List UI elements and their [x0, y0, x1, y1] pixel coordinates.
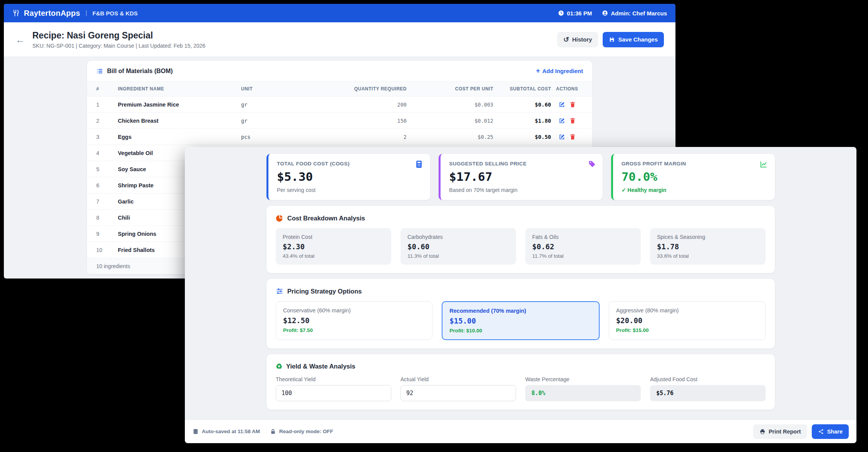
stat-cards-row: TOTAL FOOD COST (COGS) $5.30 Per serving…: [266, 154, 775, 200]
delete-icon[interactable]: [569, 101, 576, 108]
pricing-option-recommended[interactable]: Recommended (70% margin) $15.00 Profit: …: [442, 301, 599, 340]
print-report-button[interactable]: Print Report: [753, 424, 807, 439]
pricing-price: $12.50: [283, 316, 425, 325]
ingredient-number: 6: [96, 182, 118, 188]
page-title: Recipe: Nasi Goreng Special: [32, 30, 205, 41]
share-icon: [818, 429, 824, 435]
delete-icon[interactable]: [569, 133, 576, 140]
ingredient-number: 3: [96, 134, 118, 140]
readonly-status: Read-only mode: OFF: [270, 429, 333, 435]
pricing-label: Recommended (70% margin): [449, 308, 592, 314]
breakdown-share: 11.3% of total: [407, 253, 509, 259]
clock-icon: [558, 10, 564, 16]
check-icon: ✓: [622, 187, 626, 193]
ingredient-quantity[interactable]: 150: [314, 118, 407, 124]
ingredient-number: 5: [96, 166, 118, 172]
col-header-num: #: [96, 86, 118, 92]
ingredient-unit: gr: [241, 118, 314, 124]
save-icon: [609, 37, 615, 43]
pricing-label: Aggressive (80% margin): [616, 307, 758, 314]
add-ingredient-label: Add Ingredient: [542, 68, 583, 74]
col-header-qty: QUANTITY REQUIRED: [314, 86, 407, 92]
ingredient-cost-per-unit: $0.003: [407, 102, 493, 108]
breakdown-share: 11.7% of total: [532, 253, 634, 259]
suggested-price-card: SUGGESTED SELLING PRICE $17.67 Based on …: [439, 154, 602, 200]
breakdown-value: $0.60: [407, 242, 509, 251]
table-row: 2 Chicken Breast gr 150 $0.012 $1.80: [87, 113, 592, 129]
ingredient-quantity[interactable]: 2: [314, 134, 407, 140]
col-header-subtotal: SUBTOTAL COST: [493, 86, 551, 92]
stat-label: SUGGESTED SELLING PRICE: [449, 161, 594, 167]
actual-yield-input[interactable]: [400, 385, 516, 401]
breakdown-tile-spices: Spices & Seasoning $1.78 33.6% of total: [650, 228, 766, 265]
tag-icon: [588, 160, 596, 168]
bom-title: Bill of Materials (BOM): [107, 68, 173, 75]
margin-status-text: Healthy margin: [627, 187, 666, 193]
ingredient-unit: pcs: [241, 134, 314, 140]
share-button[interactable]: Share: [812, 424, 849, 439]
edit-icon[interactable]: [558, 133, 565, 140]
cost-breakdown-section: Cost Breakdown Analysis Protein Cost $2.…: [266, 206, 775, 273]
status-footer: Auto-saved at 11:58 AM Read-only mode: O…: [185, 419, 856, 443]
ingredient-number: 10: [96, 247, 118, 253]
pricing-profit: Profit: $15.00: [616, 327, 758, 333]
add-ingredient-button[interactable]: + Add Ingredient: [536, 67, 583, 75]
stat-note: ✓ Healthy margin: [622, 187, 766, 193]
col-header-cost: COST PER UNIT: [407, 86, 493, 92]
cost-breakdown-title: Cost Breakdown Analysis: [287, 215, 365, 222]
pricing-price: $20.00: [616, 316, 758, 325]
ingredient-cost-per-unit: $0.012: [407, 118, 493, 124]
app-name: RaytertonApps: [24, 9, 80, 18]
ingredient-number: 7: [96, 198, 118, 205]
edit-icon[interactable]: [558, 117, 565, 124]
database-icon: [193, 429, 199, 435]
save-button-label: Save Changes: [618, 36, 658, 43]
edit-icon[interactable]: [558, 101, 565, 108]
fork-knife-icon: [12, 9, 20, 17]
bom-table-header: # INGREDIENT NAME UNIT QUANTITY REQUIRED…: [87, 81, 592, 97]
printer-icon: [759, 429, 766, 435]
chart-line-icon: [759, 160, 768, 168]
stat-note: Per serving cost: [277, 187, 422, 193]
ingredient-subtotal: $1.80: [493, 118, 551, 124]
page-header: ← Recipe: Nasi Goreng Special SKU: NG-SP…: [4, 22, 675, 57]
breakdown-tile-fats: Fats & Oils $0.62 11.7% of total: [525, 228, 641, 265]
ingredient-number: 1: [96, 102, 118, 108]
breakdown-value: $1.78: [657, 242, 759, 251]
app-logo: RaytertonApps: [12, 9, 80, 18]
lock-icon: [270, 429, 276, 435]
delete-icon[interactable]: [569, 117, 576, 124]
autosave-status: Auto-saved at 11:58 AM: [193, 429, 260, 435]
pricing-strategy-section: Pricing Strategy Options Conservative (6…: [266, 279, 775, 349]
stat-value: $17.67: [449, 170, 594, 183]
pricing-option-aggressive[interactable]: Aggressive (80% margin) $20.00 Profit: $…: [609, 301, 766, 340]
breakdown-value: $0.62: [532, 242, 634, 251]
ingredient-number: 9: [96, 231, 118, 237]
pricing-profit: Profit: $10.00: [449, 328, 592, 334]
user-menu[interactable]: Admin: Chef Marcus: [602, 10, 667, 17]
clock-display: 01:36 PM: [558, 10, 592, 17]
ingredient-subtotal: $0.50: [493, 134, 551, 140]
history-button[interactable]: ↺ History: [557, 32, 598, 47]
col-header-actions: ACTIONS: [551, 86, 583, 92]
save-changes-button[interactable]: Save Changes: [603, 32, 664, 47]
sliders-icon: [276, 287, 283, 295]
stat-note: Based on 70% target margin: [449, 187, 594, 193]
ingredient-number: 2: [96, 118, 118, 124]
ingredient-subtotal: $0.60: [493, 102, 551, 108]
ingredient-quantity[interactable]: 200: [314, 102, 407, 108]
breakdown-tile-protein: Protein Cost $2.30 43.4% of total: [276, 228, 391, 265]
waste-percentage-label: Waste Percentage: [525, 376, 641, 382]
pie-chart-icon: [276, 214, 283, 222]
history-button-label: History: [572, 36, 592, 43]
theoretical-yield-input[interactable]: [276, 385, 391, 401]
pricing-option-conservative[interactable]: Conservative (60% margin) $12.50 Profit:…: [276, 301, 432, 340]
waste-percentage-value: 8.0%: [525, 385, 641, 401]
pricing-title: Pricing Strategy Options: [287, 288, 362, 295]
ingredient-name: Premium Jasmine Rice: [118, 102, 241, 108]
user-name: Admin: Chef Marcus: [611, 10, 667, 17]
stat-label: GROSS PROFIT MARGIN: [622, 161, 766, 167]
stat-value: 70.0%: [622, 170, 766, 183]
back-arrow-icon[interactable]: ←: [15, 35, 25, 45]
ingredient-name: Eggs: [118, 134, 241, 140]
